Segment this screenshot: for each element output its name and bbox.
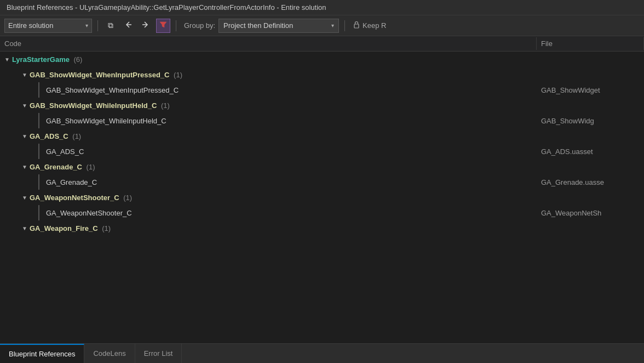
subgroup-count: (1) — [100, 224, 111, 232]
col-header-code: Code — [0, 37, 537, 50]
group-lyra-starter-game[interactable]: ▼ LyraStarterGame (6) — [0, 52, 644, 67]
root-group-count: (6) — [72, 55, 83, 64]
item-file: GA_ADS.uasset — [537, 148, 644, 156]
collapse-icon: ▼ — [4, 56, 10, 63]
list-item[interactable]: GAB_ShowWidget_WhenInputPressed_C GAB_Sh… — [0, 82, 644, 98]
collapse-icon: ▼ — [22, 72, 27, 78]
group-by-arrow-icon: ▾ — [331, 22, 334, 29]
tab-codelens[interactable]: CodeLens — [84, 344, 135, 363]
nav-back-icon — [124, 21, 132, 30]
group-by-label: Group by: — [184, 21, 215, 30]
title-bar: Blueprint References - ULyraGameplayAbil… — [0, 0, 644, 15]
toolbar-separator-2 — [176, 20, 176, 31]
lock-icon — [353, 21, 360, 30]
subgroup-gab-show-widget-while[interactable]: ▼ GAB_ShowWidget_WhileInputHeld_C (1) — [0, 98, 644, 113]
subgroup-ga-weapon-fire[interactable]: ▼ GA_Weapon_Fire_C (1) — [0, 220, 644, 236]
subgroup-count: (1) — [84, 163, 95, 171]
item-file: GA_WeaponNetSh — [537, 209, 644, 217]
subgroup-name: GA_WeaponNetShooter_C — [30, 194, 119, 202]
item-file: GA_Grenade.uasse — [537, 178, 644, 186]
item-name: GA_WeaponNetShooter_C — [46, 209, 132, 217]
collapse-icon: ▼ — [22, 103, 27, 109]
filter-icon — [159, 21, 167, 30]
subgroup-ga-ads[interactable]: ▼ GA_ADS_C (1) — [0, 128, 644, 144]
toolbar: Entire solution ▾ ⧉ — [0, 15, 644, 36]
keep-r-label: Keep R — [363, 21, 386, 30]
svg-rect-3 — [354, 24, 359, 28]
subgroup-count: (1) — [71, 132, 82, 140]
tab-blueprint-references[interactable]: Blueprint References — [0, 344, 84, 363]
item-file: GAB_ShowWidget — [537, 86, 644, 94]
tree-content[interactable]: ▼ LyraStarterGame (6) ▼ GAB_ShowWidget_W… — [0, 52, 644, 338]
subgroup-count: (1) — [171, 71, 182, 79]
col-header-file: File — [537, 37, 644, 50]
item-name: GAB_ShowWidget_WhenInputPressed_C — [46, 86, 179, 94]
group-by-value: Project then Definition — [223, 21, 293, 30]
item-file: GAB_ShowWidg — [537, 117, 644, 125]
toolbar-separator-3 — [344, 20, 345, 31]
collapse-icon: ▼ — [22, 195, 27, 201]
item-name: GA_Grenade_C — [46, 178, 97, 186]
tab-error-list[interactable]: Error List — [135, 344, 182, 363]
collapse-icon: ▼ — [22, 164, 27, 170]
subgroup-name: GAB_ShowWidget_WhileInputHeld_C — [30, 101, 157, 110]
svg-marker-2 — [160, 22, 166, 27]
filter-button[interactable] — [156, 19, 170, 33]
subgroup-name: GAB_ShowWidget_WhenInputPressed_C — [30, 71, 170, 79]
navigate-forward-button[interactable] — [139, 19, 153, 33]
group-by-dropdown[interactable]: Project then Definition ▾ — [219, 19, 339, 33]
collapse-icon: ▼ — [22, 133, 27, 139]
title-text: Blueprint References - ULyraGameplayAbil… — [7, 3, 326, 12]
tab-label: Blueprint References — [9, 350, 75, 358]
subgroup-name: GA_ADS_C — [30, 132, 68, 140]
subgroup-name: GA_Grenade_C — [30, 163, 82, 171]
subgroup-count: (1) — [159, 101, 170, 110]
list-item[interactable]: GAB_ShowWidget_WhileInputHeld_C GAB_Show… — [0, 113, 644, 128]
nav-forward-icon — [142, 21, 150, 30]
scope-label: Entire solution — [8, 21, 53, 30]
column-headers: Code File — [0, 36, 644, 52]
scope-dropdown[interactable]: Entire solution ▾ — [4, 19, 92, 33]
subgroup-ga-weapon-net-shooter[interactable]: ▼ GA_WeaponNetShooter_C (1) — [0, 190, 644, 205]
tab-bar: Blueprint References CodeLens Error List — [0, 343, 644, 363]
navigate-back-button[interactable] — [121, 19, 135, 33]
item-name: GAB_ShowWidget_WhileInputHeld_C — [46, 117, 166, 125]
subgroup-count: (1) — [122, 194, 133, 202]
tab-label: Error List — [144, 349, 173, 358]
copy-button[interactable]: ⧉ — [104, 19, 118, 33]
copy-icon: ⧉ — [108, 21, 113, 30]
list-item[interactable]: GA_WeaponNetShooter_C GA_WeaponNetSh — [0, 205, 644, 220]
toolbar-separator-1 — [97, 20, 98, 31]
subgroup-ga-grenade[interactable]: ▼ GA_Grenade_C (1) — [0, 159, 644, 174]
list-item[interactable]: GA_ADS_C GA_ADS.uasset — [0, 144, 644, 159]
tab-label: CodeLens — [93, 349, 125, 358]
scope-arrow-icon: ▾ — [85, 22, 88, 29]
list-item[interactable]: GA_Grenade_C GA_Grenade.uasse — [0, 174, 644, 190]
subgroup-name: GA_Weapon_Fire_C — [30, 224, 98, 232]
collapse-icon: ▼ — [22, 225, 27, 231]
subgroup-gab-show-widget-when[interactable]: ▼ GAB_ShowWidget_WhenInputPressed_C (1) — [0, 67, 644, 82]
item-name: GA_ADS_C — [46, 148, 84, 156]
keep-results-button[interactable]: Keep R — [350, 20, 388, 31]
root-group-name: LyraStarterGame — [12, 55, 70, 64]
